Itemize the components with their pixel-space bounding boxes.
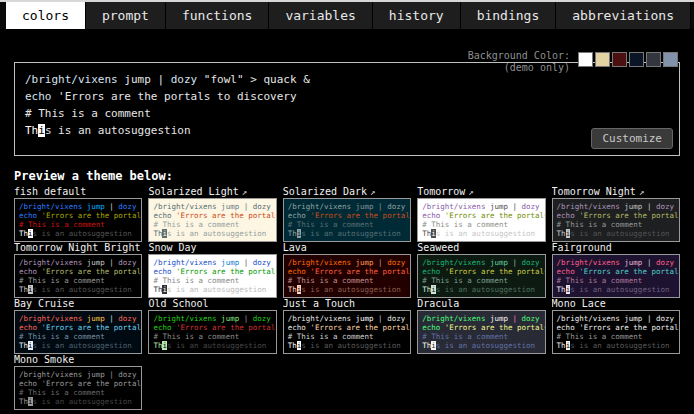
terminal-preview-text: /bright/vixens jump | dozy "fowl" > quac… [25, 71, 669, 139]
terminal-line: echo 'Errors are the portals [153, 267, 271, 276]
tab-bindings[interactable]: bindings [461, 2, 557, 29]
theme-card-old-school[interactable]: Old School/bright/vixens jump | dozy "ec… [148, 298, 276, 354]
theme-card-solarized-light[interactable]: Solarized Light↗/bright/vixens jump | do… [148, 186, 276, 242]
syntax-fg: Th [19, 397, 28, 406]
theme-card-just-a-touch[interactable]: Just a Touch/bright/vixens jump | dozy "… [283, 298, 411, 354]
theme-name: Tomorrow Night [552, 186, 636, 197]
syntax-quote: " [136, 314, 142, 323]
tab-prompt[interactable]: prompt [86, 2, 166, 29]
syntax-command: dozy [118, 202, 136, 211]
background-color-swatch[interactable] [595, 52, 610, 67]
terminal-line: # This is a comment [557, 220, 675, 229]
syntax-autosuggestion: s is an autosuggestion [301, 341, 400, 350]
terminal-line: /bright/vixens jump | dozy " [422, 202, 540, 211]
external-link-icon[interactable]: ↗ [370, 187, 375, 197]
terminal-line: echo 'Errors are the portals [557, 267, 675, 276]
theme-card-dracula[interactable]: Dracula/bright/vixens jump | dozy "echo … [417, 298, 545, 354]
theme-preview-box: /bright/vixens jump | dozy "echo 'Errors… [148, 254, 276, 298]
terminal-line: /bright/vixens jump | dozy " [557, 258, 675, 267]
syntax-autosuggestion: s is an autosuggestion [45, 124, 191, 137]
background-color-swatch[interactable] [646, 52, 661, 67]
theme-card-solarized-dark[interactable]: Solarized Dark↗/bright/vixens jump | doz… [283, 186, 411, 242]
syntax-quote: " [674, 258, 680, 267]
syntax-param: jump [620, 202, 643, 211]
external-link-icon[interactable]: ↗ [639, 187, 644, 197]
syntax-comment: # This is a comment [557, 332, 643, 341]
terminal-line: # This is a comment [288, 220, 406, 229]
syntax-command: /bright/vixens [422, 258, 485, 267]
syntax-param: jump [485, 314, 508, 323]
theme-title: Tomorrow Night↗ [552, 186, 680, 198]
syntax-comment: # This is a comment [557, 220, 643, 229]
terminal-line: This is an autosuggestion [19, 229, 137, 238]
terminal-line: echo 'Errors are the portals [19, 211, 137, 220]
syntax-command: echo [288, 211, 306, 220]
background-color-swatch[interactable] [629, 52, 644, 67]
syntax-param: jump [351, 314, 374, 323]
background-color-swatch[interactable] [612, 52, 627, 67]
terminal-line: /bright/vixens jump | dozy " [557, 314, 675, 323]
theme-title: Seaweed [417, 242, 545, 254]
background-color-swatch[interactable] [663, 52, 678, 67]
theme-card-lava[interactable]: Lava/bright/vixens jump | dozy "echo 'Er… [283, 242, 411, 298]
theme-card-seaweed[interactable]: Seaweed/bright/vixens jump | dozy "echo … [417, 242, 545, 298]
syntax-command: dozy [387, 202, 405, 211]
syntax-quote: " [540, 314, 546, 323]
syntax-command: /bright/vixens [557, 202, 620, 211]
theme-card-fairground[interactable]: Fairground/bright/vixens jump | dozy "ec… [552, 242, 680, 298]
theme-card-tomorrow[interactable]: Tomorrow↗/bright/vixens jump | dozy "ech… [417, 186, 545, 242]
terminal-line: echo 'Errors are the portals to discover… [25, 88, 669, 105]
syntax-command: echo [19, 379, 37, 388]
syntax-comment: # This is a comment [288, 220, 374, 229]
theme-card-tomorrow-night[interactable]: Tomorrow Night↗/bright/vixens jump | doz… [552, 186, 680, 242]
syntax-command: /bright/vixens [25, 73, 118, 86]
theme-name: Tomorrow Night Bright [14, 242, 140, 253]
syntax-command: echo [19, 211, 37, 220]
syntax-quote: 'Errors are the portals [575, 211, 680, 220]
tab-abbreviations[interactable]: abbreviations [556, 2, 691, 29]
syntax-command: echo [153, 323, 171, 332]
theme-preview-box: /bright/vixens jump | dozy "echo 'Errors… [283, 254, 411, 298]
theme-preview-box: /bright/vixens jump | dozy "echo 'Errors… [283, 310, 411, 354]
theme-card-mono-lace[interactable]: Mono Lace/bright/vixens jump | dozy "ech… [552, 298, 680, 354]
syntax-quote: 'Errors are the portals [575, 267, 680, 276]
terminal-line: # This is a comment [153, 220, 271, 229]
terminal-line: This is an autosuggestion [422, 285, 540, 294]
tab-colors[interactable]: colors [6, 2, 86, 29]
theme-card-snow-day[interactable]: Snow Day/bright/vixens jump | dozy "echo… [148, 242, 276, 298]
syntax-autosuggestion: s is an autosuggestion [436, 229, 535, 238]
syntax-command: echo [19, 323, 37, 332]
terminal-line: /bright/vixens jump | dozy " [288, 314, 406, 323]
external-link-icon[interactable]: ↗ [468, 187, 473, 197]
tab-history[interactable]: history [373, 2, 461, 29]
external-link-icon[interactable]: ↗ [242, 187, 247, 197]
terminal-line: This is an autosuggestion [557, 285, 675, 294]
syntax-param: jump [82, 314, 105, 323]
syntax-command: echo [422, 211, 440, 220]
customize-button[interactable]: Customize [591, 128, 673, 149]
syntax-command: echo [422, 323, 440, 332]
theme-card-bay-cruise[interactable]: Bay Cruise/bright/vixens jump | dozy "ec… [14, 298, 142, 354]
syntax-command: dozy [387, 258, 405, 267]
theme-preview-box: /bright/vixens jump | dozy "echo 'Errors… [552, 254, 680, 298]
syntax-command: dozy [656, 258, 674, 267]
theme-preview-box: /bright/vixens jump | dozy "echo 'Errors… [14, 254, 142, 298]
syntax-command: dozy [253, 202, 271, 211]
syntax-param: jump [118, 73, 151, 86]
syntax-command: echo [153, 267, 171, 276]
terminal-line: echo 'Errors are the portals [19, 379, 137, 388]
tab-variables[interactable]: variables [269, 2, 372, 29]
syntax-comment: # This is a comment [288, 332, 374, 341]
syntax-command: echo [153, 211, 171, 220]
theme-card-mono-smoke[interactable]: Mono Smoke/bright/vixens jump | dozy "ec… [14, 354, 142, 410]
syntax-command: echo [422, 267, 440, 276]
syntax-comment: # This is a comment [422, 332, 508, 341]
theme-card-tomorrow-night-bright[interactable]: Tomorrow Night Bright↗/bright/vixens jum… [14, 242, 142, 298]
background-color-swatch[interactable] [578, 52, 593, 67]
theme-title: Fairground [552, 242, 680, 254]
syntax-fg: Th [288, 285, 297, 294]
theme-card-fish-default[interactable]: fish default/bright/vixens jump | dozy "… [14, 186, 142, 242]
theme-title: Snow Day [148, 242, 276, 254]
theme-title: fish default [14, 186, 142, 198]
tab-functions[interactable]: functions [166, 2, 269, 29]
